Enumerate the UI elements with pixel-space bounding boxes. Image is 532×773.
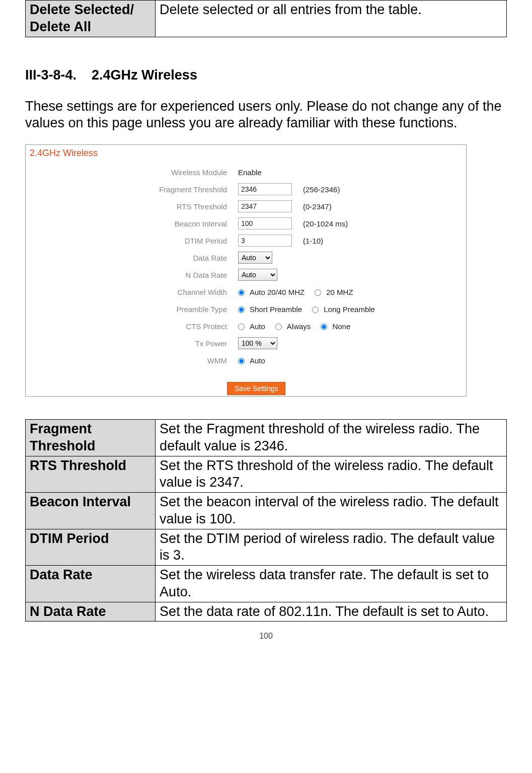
input-beacon-interval[interactable] <box>238 217 292 229</box>
label-preamble-type: Preamble Type <box>26 305 238 314</box>
table-row: RTS Threshold Set the RTS threshold of t… <box>26 456 507 493</box>
desc-cell: Set the beacon interval of the wireless … <box>156 493 507 529</box>
term-cell: Fragment Threshold <box>26 420 156 456</box>
row-cts-protect: CTS Protect Auto Always None <box>26 318 466 335</box>
radio-label-cts-auto: Auto <box>250 322 265 331</box>
label-dtim-period: DTIM Period <box>26 237 238 245</box>
radio-label-cts-none: None <box>332 322 350 331</box>
label-data-rate: Data Rate <box>26 254 238 262</box>
radio-label-cw-20: 20 MHZ <box>326 288 353 296</box>
radio-label-cts-always: Always <box>287 322 311 331</box>
row-dtim-period: DTIM Period (1-10) <box>26 232 466 249</box>
select-tx-power[interactable]: 100 % <box>238 337 277 349</box>
label-wmm: WMM <box>26 356 238 365</box>
desc-cell: Set the wireless data transfer rate. The… <box>156 566 507 602</box>
radio-preamble-long[interactable] <box>312 306 319 313</box>
table-row: Fragment Threshold Set the Fragment thre… <box>26 420 507 456</box>
row-wireless-module: Wireless Module Enable <box>26 164 466 181</box>
table-row: Data Rate Set the wireless data transfer… <box>26 566 507 602</box>
hint-beacon-interval: (20-1024 ms) <box>303 219 348 228</box>
radio-wmm-auto[interactable] <box>238 358 245 364</box>
label-channel-width: Channel Width <box>26 288 238 296</box>
row-preamble-type: Preamble Type Short Preamble Long Preamb… <box>26 300 466 318</box>
desc-cell: Set the data rate of 802.11n. The defaul… <box>156 602 507 622</box>
row-rts-threshold: RTS Threshold (0-2347) <box>26 198 466 215</box>
term-cell: Data Rate <box>26 566 156 602</box>
save-settings-button[interactable]: Save Settings <box>227 382 285 395</box>
hint-fragment-threshold: (256-2346) <box>303 185 340 194</box>
settings-screenshot: 2.4GHz Wireless Wireless Module Enable F… <box>25 144 467 397</box>
row-data-rate: Data Rate Auto <box>26 249 466 266</box>
term-cell: N Data Rate <box>26 602 156 622</box>
label-rts-threshold: RTS Threshold <box>26 202 238 211</box>
panel-title: 2.4GHz Wireless <box>26 145 466 161</box>
select-n-data-rate[interactable]: Auto <box>238 269 277 281</box>
radio-label-cw-auto: Auto 20/40 MHZ <box>250 288 305 296</box>
label-beacon-interval: Beacon Interval <box>26 219 238 228</box>
radio-label-preamble-short: Short Preamble <box>250 305 302 314</box>
input-rts-threshold[interactable] <box>238 200 292 212</box>
term-cell: Delete Selected/ Delete All <box>26 1 156 37</box>
radio-cts-always[interactable] <box>275 324 282 330</box>
radio-label-wmm-auto: Auto <box>250 356 265 365</box>
section-title: 2.4GHz Wireless <box>92 67 197 83</box>
term-cell: RTS Threshold <box>26 456 156 493</box>
label-fragment-threshold: Fragment Threshold <box>26 185 238 194</box>
desc-cell: Set the Fragment threshold of the wirele… <box>156 420 507 456</box>
hint-rts-threshold: (0-2347) <box>303 202 332 211</box>
top-definition-table: Delete Selected/ Delete All Delete selec… <box>25 0 507 37</box>
row-channel-width: Channel Width Auto 20/40 MHZ 20 MHZ <box>26 283 466 300</box>
table-row: Delete Selected/ Delete All Delete selec… <box>26 1 507 37</box>
label-wireless-module: Wireless Module <box>26 168 238 177</box>
desc-cell: Delete selected or all entries from the … <box>156 1 507 37</box>
hint-dtim-period: (1-10) <box>303 237 323 245</box>
intro-paragraph: These settings are for experienced users… <box>25 98 507 132</box>
row-wmm: WMM Auto <box>26 352 466 369</box>
radio-cts-auto[interactable] <box>238 324 245 330</box>
desc-cell: Set the DTIM period of wireless radio. T… <box>156 529 507 566</box>
table-row: DTIM Period Set the DTIM period of wirel… <box>26 529 507 566</box>
radio-channel-width-20[interactable] <box>315 289 321 296</box>
input-dtim-period[interactable] <box>238 235 292 247</box>
radio-preamble-short[interactable] <box>238 306 245 313</box>
input-fragment-threshold[interactable] <box>238 183 292 195</box>
table-row: N Data Rate Set the data rate of 802.11n… <box>26 602 507 622</box>
term-cell: Beacon Interval <box>26 493 156 529</box>
desc-cell: Set the RTS threshold of the wireless ra… <box>156 456 507 493</box>
row-tx-power: Tx Power 100 % <box>26 335 466 352</box>
value-wireless-module: Enable <box>238 168 262 177</box>
row-n-data-rate: N Data Rate Auto <box>26 266 466 283</box>
radio-label-preamble-long: Long Preamble <box>324 305 375 314</box>
select-data-rate[interactable]: Auto <box>238 252 272 264</box>
section-heading: III-3-8-4. 2.4GHz Wireless <box>25 67 507 83</box>
row-beacon-interval: Beacon Interval (20-1024 ms) <box>26 215 466 232</box>
page-number: 100 <box>25 632 507 641</box>
label-n-data-rate: N Data Rate <box>26 271 238 279</box>
label-cts-protect: CTS Protect <box>26 322 238 331</box>
term-cell: DTIM Period <box>26 529 156 566</box>
description-table: Fragment Threshold Set the Fragment thre… <box>25 419 507 622</box>
table-row: Beacon Interval Set the beacon interval … <box>26 493 507 529</box>
label-tx-power: Tx Power <box>26 339 238 348</box>
radio-channel-width-auto[interactable] <box>238 289 245 296</box>
row-fragment-threshold: Fragment Threshold (256-2346) <box>26 181 466 198</box>
radio-cts-none[interactable] <box>321 324 327 330</box>
section-number: III-3-8-4. <box>25 67 77 83</box>
